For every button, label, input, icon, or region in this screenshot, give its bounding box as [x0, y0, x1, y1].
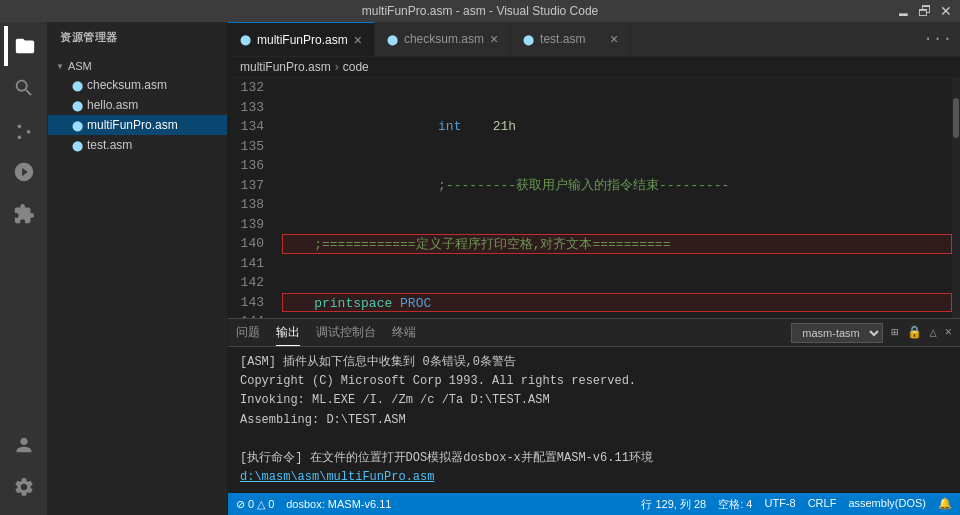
status-spaces[interactable]: 空格: 4: [718, 497, 752, 512]
line-num-134: 134: [228, 117, 270, 137]
debug-icon[interactable]: [4, 152, 44, 192]
tab-test[interactable]: ⬤ test.asm ×: [511, 22, 631, 56]
panel-tab-right: masm-tasm ⊞ 🔒 △ ×: [791, 323, 952, 343]
panel-icon-2[interactable]: 🔒: [907, 325, 922, 340]
sidebar-item-checksum[interactable]: ⬤ checksum.asm: [48, 75, 227, 95]
line-num-140: 140: [228, 234, 270, 254]
panel-tab-problems[interactable]: 问题: [236, 320, 260, 345]
status-dosbox[interactable]: dosbox: MASM-v6.11: [286, 498, 391, 510]
scrollbar-thumb[interactable]: [953, 98, 959, 138]
panel-tabs: 问题 输出 调试控制台 终端 masm-tasm ⊞ 🔒 △ ×: [228, 319, 960, 347]
line-num-141: 141: [228, 254, 270, 274]
explorer-icon[interactable]: [4, 26, 44, 66]
asm-file-icon: ⬤: [72, 100, 83, 111]
asm-icon: ⬤: [387, 34, 398, 45]
panel-line-3: Invoking: ML.EXE /I. /Zm /c /Ta D:\TEST.…: [240, 391, 948, 410]
panel-line-1: [ASM] 插件从如下信息中收集到 0条错误,0条警告: [240, 353, 948, 372]
error-count: 0: [248, 498, 254, 510]
line-num-144: 144: [228, 312, 270, 318]
sidebar-title: 资源管理器: [48, 22, 227, 53]
code-line-132: int 21h: [282, 117, 952, 137]
title-bar: multiFunPro.asm - asm - Visual Studio Co…: [0, 0, 960, 22]
sidebar-item-test[interactable]: ⬤ test.asm: [48, 135, 227, 155]
code-line-135: printspace PROC: [282, 293, 952, 313]
panel-tab-debug[interactable]: 调试控制台: [316, 320, 376, 345]
minimize-icon[interactable]: 🗕: [896, 3, 910, 19]
sidebar: 资源管理器 ▼ ASM ⬤ checksum.asm ⬤ hello.asm ⬤…: [48, 22, 228, 515]
settings-icon[interactable]: [4, 467, 44, 507]
panel-tab-terminal[interactable]: 终端: [392, 320, 416, 345]
error-icon: ⊘: [236, 498, 245, 511]
warning-icon: △: [257, 498, 265, 511]
tab-label: test.asm: [540, 32, 585, 46]
code-line-134: ;============定义子程序打印空格,对齐文本==========: [282, 234, 952, 254]
tab-close-icon[interactable]: ×: [610, 31, 618, 47]
panel-icon-1[interactable]: ⊞: [891, 325, 898, 340]
warning-count: 0: [268, 498, 274, 510]
breadcrumb-file[interactable]: multiFunPro.asm: [240, 60, 331, 74]
search-icon[interactable]: [4, 68, 44, 108]
source-control-icon[interactable]: [4, 110, 44, 150]
line-num-135: 135: [228, 137, 270, 157]
sidebar-section-asm: ▼ ASM ⬤ checksum.asm ⬤ hello.asm ⬤ multi…: [48, 57, 227, 155]
asm-icon: ⬤: [240, 34, 251, 45]
asm-file-icon: ⬤: [72, 140, 83, 151]
account-icon[interactable]: [4, 425, 44, 465]
breadcrumb-separator: ›: [335, 60, 339, 74]
code-block: 132 133 134 135 136 137 138 139 140 141 …: [228, 78, 960, 318]
window-title: multiFunPro.asm - asm - Visual Studio Co…: [362, 4, 599, 18]
tab-close-icon[interactable]: ×: [490, 31, 498, 47]
line-num-138: 138: [228, 195, 270, 215]
status-bar: ⊘ 0 △ 0 dosbox: MASM-v6.11 行 129, 列 28 空…: [228, 493, 960, 515]
sidebar-item-multifunpro[interactable]: ⬤ multiFunPro.asm: [48, 115, 227, 135]
activity-bar: [0, 22, 48, 515]
code-editor[interactable]: 132 133 134 135 136 137 138 139 140 141 …: [228, 78, 960, 318]
status-encoding[interactable]: UTF-8: [764, 497, 795, 512]
line-num-133: 133: [228, 98, 270, 118]
status-line-ending[interactable]: CRLF: [808, 497, 837, 512]
window-controls[interactable]: 🗕 🗗 ✕: [896, 3, 952, 19]
line-numbers: 132 133 134 135 136 137 138 139 140 141 …: [228, 78, 278, 318]
status-bell-icon[interactable]: 🔔: [938, 497, 952, 512]
panel-link[interactable]: d:\masm\asm\multiFunPro.asm: [240, 470, 434, 484]
panel-icon-4[interactable]: ×: [945, 326, 952, 340]
collapse-icon: ▼: [56, 62, 64, 71]
panel-dropdown[interactable]: masm-tasm: [791, 323, 883, 343]
status-position[interactable]: 行 129, 列 28: [641, 497, 706, 512]
code-content-wrapper: int 21h ;---------获取用户输入的指令结束--------- ;…: [278, 78, 952, 318]
tab-label: multiFunPro.asm: [257, 33, 348, 47]
panel-line-7[interactable]: d:\masm\asm\multiFunPro.asm: [240, 468, 948, 487]
breadcrumb-section[interactable]: code: [343, 60, 369, 74]
tab-close-icon[interactable]: ×: [354, 32, 362, 48]
tabs-bar: ⬤ multiFunPro.asm × ⬤ checksum.asm × ⬤ t…: [228, 22, 960, 57]
extensions-icon[interactable]: [4, 194, 44, 234]
line-num-137: 137: [228, 176, 270, 196]
tab-label: checksum.asm: [404, 32, 484, 46]
panel-tab-output[interactable]: 输出: [276, 320, 300, 346]
editor-area: ⬤ multiFunPro.asm × ⬤ checksum.asm × ⬤ t…: [228, 22, 960, 515]
sidebar-item-hello[interactable]: ⬤ hello.asm: [48, 95, 227, 115]
status-errors[interactable]: ⊘ 0 △ 0: [236, 498, 274, 511]
sidebar-section-label: ASM: [68, 60, 92, 72]
status-language[interactable]: assembly(DOS): [848, 497, 926, 512]
maximize-icon[interactable]: 🗗: [918, 3, 932, 19]
asm-file-icon: ⬤: [72, 120, 83, 131]
code-content[interactable]: int 21h ;---------获取用户输入的指令结束--------- ;…: [278, 78, 952, 318]
editor-scrollbar[interactable]: [952, 78, 960, 318]
sidebar-section-header[interactable]: ▼ ASM: [48, 57, 227, 75]
tabs-overflow-button[interactable]: ···: [915, 22, 960, 56]
close-icon[interactable]: ✕: [940, 3, 952, 19]
line-num-136: 136: [228, 156, 270, 176]
code-line-133: ;---------获取用户输入的指令结束---------: [282, 176, 952, 196]
panel-line-5: [240, 430, 948, 449]
asm-file-icon: ⬤: [72, 80, 83, 91]
panel-line-4: Assembling: D:\TEST.ASM: [240, 411, 948, 430]
line-num-143: 143: [228, 293, 270, 313]
line-num-142: 142: [228, 273, 270, 293]
breadcrumb: multiFunPro.asm › code: [228, 57, 960, 78]
line-num-132: 132: [228, 78, 270, 98]
panel-line-2: Copyright (C) Microsoft Corp 1993. All r…: [240, 372, 948, 391]
panel-icon-3[interactable]: △: [930, 325, 937, 340]
tab-multifunpro[interactable]: ⬤ multiFunPro.asm ×: [228, 22, 375, 56]
tab-checksum[interactable]: ⬤ checksum.asm ×: [375, 22, 511, 56]
